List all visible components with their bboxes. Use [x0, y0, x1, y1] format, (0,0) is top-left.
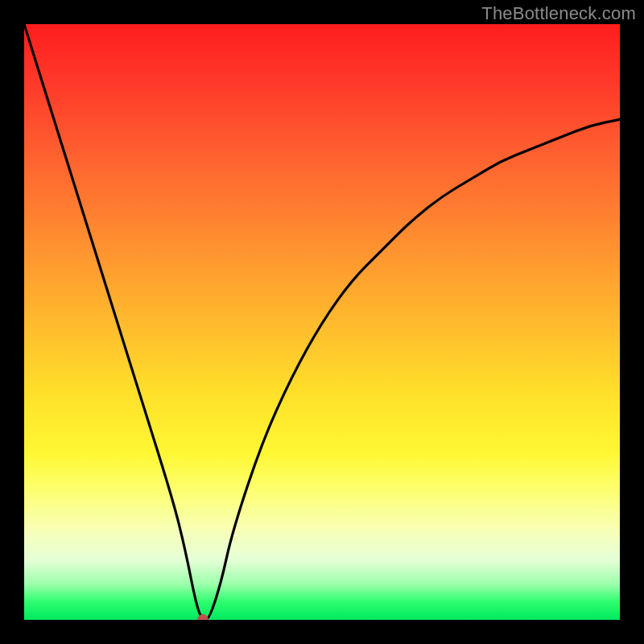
plot-area: [24, 24, 620, 620]
optimum-marker: [198, 615, 208, 621]
attribution-text: TheBottleneck.com: [481, 3, 636, 24]
chart-frame: TheBottleneck.com: [0, 0, 644, 644]
chart-svg: [24, 24, 620, 620]
bottleneck-curve: [24, 24, 620, 620]
